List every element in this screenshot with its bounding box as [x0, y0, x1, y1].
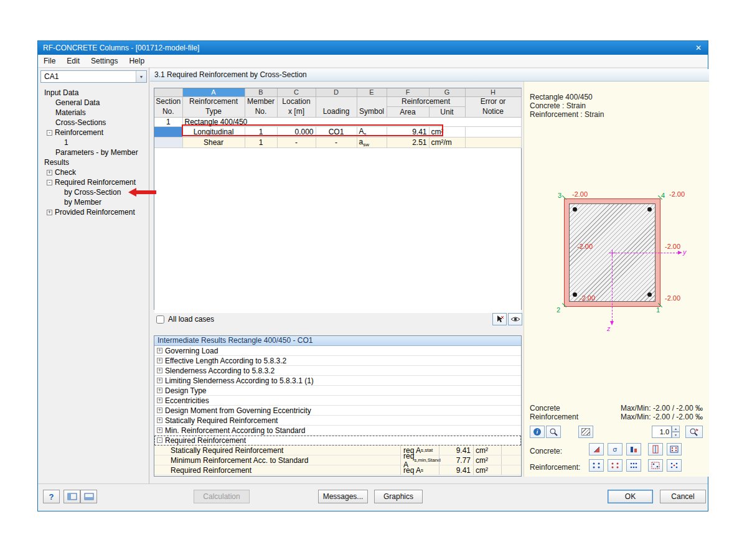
- cell-unit[interactable]: cm²: [429, 126, 465, 137]
- expand-icon[interactable]: +: [157, 398, 162, 403]
- expand-icon[interactable]: +: [157, 358, 162, 363]
- collapse-icon[interactable]: -: [47, 130, 52, 136]
- column-header-h[interactable]: H: [465, 88, 521, 96]
- tree-item-reinforcement[interactable]: -Reinforcement: [47, 128, 103, 138]
- cell-type[interactable]: Shear: [182, 137, 245, 147]
- intermediate-row-effective-length[interactable]: +Effective Length According to 5.8.3.2: [154, 356, 521, 366]
- chevron-down-icon[interactable]: ▼: [136, 71, 146, 82]
- expand-icon[interactable]: +: [47, 170, 52, 175]
- cell-location[interactable]: 0.000: [277, 126, 316, 137]
- menu-help[interactable]: Help: [123, 55, 150, 68]
- all-load-cases-checkbox[interactable]: [156, 315, 164, 324]
- intermediate-row-eccentricities[interactable]: +Eccentricities: [154, 396, 521, 406]
- spin-up-button[interactable]: ▲: [672, 426, 680, 432]
- panel-toggle-button[interactable]: [80, 490, 97, 503]
- expand-icon[interactable]: +: [157, 388, 162, 393]
- intermediate-row-min-reinforcement[interactable]: +Min. Reinforcement According to Standar…: [154, 426, 521, 436]
- detail-row-minimum-reinforcement[interactable]: Minimum Reinforcement Acc. to Standard r…: [154, 455, 521, 465]
- pick-in-graphic-button[interactable]: [492, 313, 507, 325]
- table-row-shear[interactable]: Shear 1 - - asw 2.51 cm²/m: [154, 137, 521, 147]
- cell-loading[interactable]: CO1: [316, 126, 357, 137]
- cell-symbol[interactable]: asw: [357, 137, 387, 147]
- cell-location[interactable]: -: [277, 137, 316, 147]
- cell-area[interactable]: 9.41: [387, 126, 429, 137]
- collapse-icon[interactable]: -: [157, 437, 162, 443]
- intermediate-row-design-moment[interactable]: +Design Moment from Governing Eccentrici…: [154, 406, 521, 416]
- graphics-button[interactable]: Graphics: [374, 490, 423, 503]
- tree-item-general-data[interactable]: General Data: [55, 98, 100, 108]
- cell-unit[interactable]: cm²/m: [429, 137, 465, 147]
- expand-icon[interactable]: +: [157, 418, 162, 423]
- tree-item-materials[interactable]: Materials: [55, 108, 86, 118]
- tree-item-provided-reinforcement[interactable]: +Provided Reinforcement: [47, 207, 135, 217]
- expand-icon[interactable]: +: [157, 378, 162, 383]
- column-header-c[interactable]: C: [277, 88, 316, 96]
- help-button[interactable]: ?: [43, 490, 60, 503]
- intermediate-row-design-type[interactable]: +Design Type: [154, 386, 521, 396]
- column-header-a[interactable]: A: [182, 88, 245, 96]
- tree-item-by-cross-section[interactable]: by Cross-Section: [64, 187, 121, 197]
- cell-notice[interactable]: [465, 126, 521, 137]
- zoom-selection-button[interactable]: [685, 426, 703, 438]
- table-row-longitudinal[interactable]: Longitudinal 1 0.000 CO1 As 9.41 cm²: [154, 126, 521, 137]
- rebar-position-button[interactable]: [626, 459, 641, 472]
- intermediate-row-governing-load[interactable]: +Governing Load: [154, 346, 521, 356]
- messages-button[interactable]: Messages...: [318, 490, 368, 503]
- menu-settings[interactable]: Settings: [85, 55, 123, 68]
- result-details-button[interactable]: [546, 426, 561, 438]
- tree-item-parameters-by-member[interactable]: Parameters - by Member: [55, 147, 138, 157]
- ok-button[interactable]: OK: [608, 490, 653, 503]
- cell-symbol[interactable]: As: [357, 126, 387, 137]
- concrete-section-button[interactable]: [667, 443, 682, 455]
- section-number-cell[interactable]: 1: [154, 117, 182, 126]
- table-row-section-group[interactable]: 1 Rectangle 400/450: [154, 117, 521, 126]
- row-selector-cell[interactable]: [154, 126, 182, 137]
- cell-member[interactable]: 1: [245, 126, 277, 137]
- concrete-stress-button[interactable]: σ: [608, 443, 622, 455]
- expand-icon[interactable]: +: [157, 427, 162, 433]
- concrete-stress-block-button[interactable]: [626, 443, 641, 455]
- column-header-g[interactable]: G: [429, 88, 465, 96]
- tree-item-results[interactable]: Results: [44, 157, 69, 167]
- tree-item-by-member[interactable]: by Member: [64, 197, 101, 207]
- cell-type[interactable]: Longitudinal: [182, 126, 245, 137]
- tree-item-check[interactable]: +Check: [47, 167, 76, 177]
- rebar-strain-button[interactable]: [589, 459, 604, 472]
- info-button[interactable]: i: [530, 426, 545, 438]
- concrete-elevation-button[interactable]: [648, 443, 663, 455]
- section-group-label[interactable]: Rectangle 400/450: [182, 117, 521, 126]
- tree-item-required-reinforcement[interactable]: -Required Reinforcement: [47, 177, 136, 187]
- menu-file[interactable]: File: [38, 55, 61, 68]
- tree-item-input-data[interactable]: Input Data: [44, 88, 78, 98]
- expand-icon[interactable]: +: [157, 368, 162, 373]
- cell-area[interactable]: 2.51: [387, 137, 429, 147]
- expand-icon[interactable]: +: [47, 210, 52, 215]
- row-selector-cell[interactable]: [154, 137, 182, 147]
- column-header-f[interactable]: F: [387, 88, 429, 96]
- close-button[interactable]: ✕: [689, 41, 708, 55]
- expand-icon[interactable]: +: [157, 348, 162, 353]
- tree-item-reinforcement-1[interactable]: 1: [64, 138, 68, 147]
- column-header-d[interactable]: D: [316, 88, 357, 96]
- intermediate-row-required-reinforcement[interactable]: -Required Reinforcement: [154, 436, 521, 446]
- visibility-button[interactable]: [508, 313, 522, 325]
- title-bar[interactable]: RF-CONCRETE Columns - [001712-model-file…: [38, 41, 708, 55]
- scale-factor-input[interactable]: [652, 426, 672, 438]
- expand-icon[interactable]: +: [157, 408, 162, 413]
- intermediate-row-slenderness[interactable]: +Slenderness According to 5.8.3.2: [154, 366, 521, 376]
- intermediate-row-statically-required[interactable]: +Statically Required Reinforcement: [154, 416, 521, 426]
- cell-member[interactable]: 1: [245, 137, 277, 147]
- menu-edit[interactable]: Edit: [61, 55, 85, 68]
- cell-notice[interactable]: [465, 137, 521, 147]
- cancel-button[interactable]: Cancel: [660, 490, 706, 503]
- rebar-numbers-button[interactable]: [648, 459, 663, 472]
- rebar-diameter-button[interactable]: [667, 459, 682, 472]
- spin-down-button[interactable]: ▼: [672, 432, 680, 438]
- design-case-selector[interactable]: CA1 ▼: [40, 70, 147, 83]
- column-header-b[interactable]: B: [245, 88, 277, 96]
- tree-item-cross-sections[interactable]: Cross-Sections: [55, 118, 106, 128]
- detail-row-required-reinforcement[interactable]: Required Reinforcement req As 9.41 cm²: [154, 465, 521, 475]
- detail-row-statically-required[interactable]: Statically Required Reinforcement req As…: [154, 446, 521, 455]
- intermediate-row-limiting-slenderness[interactable]: +Limiting Slenderness According to 5.8.3…: [154, 376, 521, 386]
- column-header-e[interactable]: E: [357, 88, 387, 96]
